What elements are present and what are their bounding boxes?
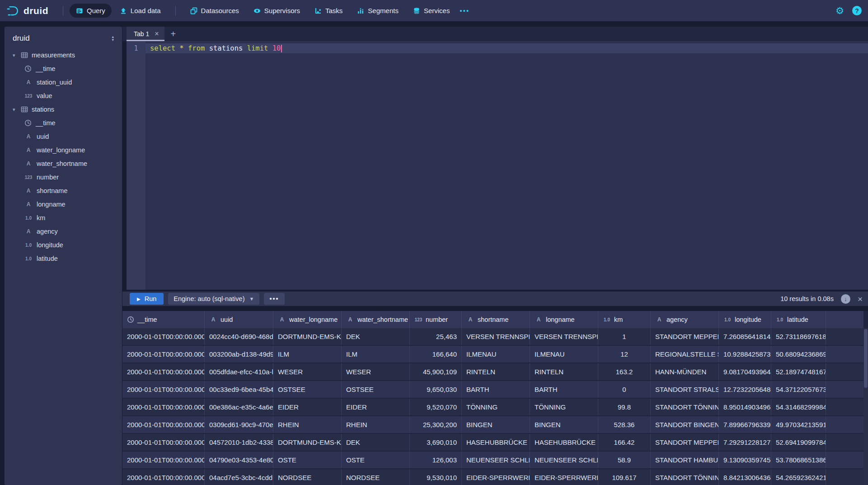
cell-uuid[interactable]: 003200ab-d138-49d9- <box>205 346 273 363</box>
tree-column-water_longname[interactable]: Awater_longname <box>5 143 122 157</box>
nav-item-query[interactable]: Query <box>70 4 112 18</box>
chevron-down-icon[interactable]: ▾ <box>13 107 17 113</box>
column-header-number[interactable]: 123number <box>410 311 462 328</box>
cell-longname[interactable]: BINGEN <box>530 416 598 433</box>
cell-number[interactable]: 9,530,010 <box>410 469 462 485</box>
query-more-button[interactable]: ••• <box>264 293 284 305</box>
run-button[interactable]: ▶ Run <box>130 293 164 305</box>
cell-agency[interactable]: STANDORT MEPPEN <box>651 328 719 345</box>
cell-__time[interactable]: 2000-01-01T00:00:00.000Z <box>122 363 205 380</box>
cell-__time[interactable]: 2000-01-01T00:00:00.000Z <box>122 452 205 468</box>
tree-column-longname[interactable]: Alongname <box>5 198 122 211</box>
chevron-down-icon[interactable]: ▾ <box>13 52 17 58</box>
cell-longname[interactable]: HASEHUBBRÜCKE <box>530 434 598 451</box>
cell-longitude[interactable]: 7.292912281272 <box>719 434 771 451</box>
cell-shortname[interactable]: RINTELN <box>462 363 530 380</box>
cell-longname[interactable]: RINTELN <box>530 363 598 380</box>
settings-gear-icon[interactable]: ⚙ <box>835 6 844 15</box>
cell-km[interactable]: 58.9 <box>598 452 651 468</box>
tree-column-__time[interactable]: __time <box>5 116 122 130</box>
help-icon[interactable]: ? <box>852 6 862 15</box>
cell-number[interactable]: 25,300,200 <box>410 416 462 433</box>
tree-column-latitude[interactable]: 1.0latitude <box>5 252 122 265</box>
engine-select[interactable]: Engine: auto (sql-native) ▼ <box>168 293 259 305</box>
cell-longname[interactable]: TÖNNING <box>530 399 598 415</box>
cell-longitude[interactable]: 7.2608564181428 <box>719 328 771 345</box>
cell-km[interactable]: 166.42 <box>598 434 651 451</box>
new-tab-button[interactable]: + <box>164 27 183 41</box>
cell-shortname[interactable]: ILMENAU <box>462 346 530 363</box>
cell-longitude[interactable]: 10.928842587394 <box>719 346 771 363</box>
cell-number[interactable]: 126,003 <box>410 452 462 468</box>
download-results-icon[interactable]: ↓ <box>841 294 850 304</box>
tree-column-longitude[interactable]: 1.0longitude <box>5 238 122 252</box>
cell-shortname[interactable]: BARTH <box>462 381 530 398</box>
cell-longname[interactable]: VERSEN TRENNSPITZE <box>530 328 598 345</box>
cell-__time[interactable]: 2000-01-01T00:00:00.000Z <box>122 381 205 398</box>
cell-uuid[interactable]: 005dfdae-efcc-410a-b <box>205 363 273 380</box>
cell-shortname[interactable]: NEUENSEER SCHLEUSE <box>462 452 530 468</box>
cell-longitude[interactable]: 9.081704939644 <box>719 363 771 380</box>
cell-uuid[interactable]: 0309cd61-90c9-470e- <box>205 416 273 433</box>
nav-item-supervisors[interactable]: Supervisors <box>247 4 306 18</box>
cell-latitude[interactable]: 49.97034213591 <box>771 416 826 433</box>
cell-uuid[interactable]: 00c33ed9-6bea-45b4- <box>205 381 273 398</box>
cell-uuid[interactable]: 00e386ac-e35c-4a6e- <box>205 399 273 415</box>
column-header-longitude[interactable]: 1.0longitude <box>719 311 771 328</box>
cell-__time[interactable]: 2000-01-01T00:00:00.000Z <box>122 328 205 345</box>
cell-__time[interactable]: 2000-01-01T00:00:00.000Z <box>122 346 205 363</box>
cell-water_longname[interactable]: NORDSEE <box>273 469 342 485</box>
column-header-shortname[interactable]: Ashortname <box>462 311 530 328</box>
close-results-icon[interactable]: × <box>858 295 863 303</box>
cell-longname[interactable]: EIDER-SPERRWERK AP <box>530 469 598 485</box>
cell-agency[interactable]: STANDORT STRALSUND <box>651 381 719 398</box>
column-header-latitude[interactable]: 1.0latitude <box>771 311 826 328</box>
cell-number[interactable]: 9,650,030 <box>410 381 462 398</box>
cell-agency[interactable]: STANDORT BINGEN <box>651 416 719 433</box>
cell-water_longname[interactable]: RHEIN <box>273 416 342 433</box>
cell-longitude[interactable]: 7.899667963397 <box>719 416 771 433</box>
tab-close-icon[interactable]: × <box>155 30 159 38</box>
cell-__time[interactable]: 2000-01-01T00:00:00.000Z <box>122 434 205 451</box>
cell-latitude[interactable]: 54.26592362421 <box>771 469 826 485</box>
cell-shortname[interactable]: VERSEN TRENNSPITZE <box>462 328 530 345</box>
column-header-km[interactable]: 1.0km <box>598 311 651 328</box>
cell-latitude[interactable]: 54.37122057673 <box>771 381 826 398</box>
cell-number[interactable]: 3,690,010 <box>410 434 462 451</box>
cell-longname[interactable]: BARTH <box>530 381 598 398</box>
column-header-uuid[interactable]: Auuid <box>205 311 273 328</box>
cell-water_shortname[interactable]: RHEIN <box>342 416 410 433</box>
column-header-water_shortname[interactable]: Awater_shortname <box>342 311 410 328</box>
cell-km[interactable]: 109.617 <box>598 469 651 485</box>
results-scrollbar[interactable] <box>863 328 868 485</box>
cell-number[interactable]: 166,640 <box>410 346 462 363</box>
tree-column-uuid[interactable]: Auuid <box>5 130 122 143</box>
nav-item-segments[interactable]: Segments <box>351 4 405 18</box>
tree-column-number[interactable]: 123number <box>5 170 122 184</box>
cell-shortname[interactable]: TÖNNING <box>462 399 530 415</box>
tree-column-km[interactable]: 1.0km <box>5 211 122 225</box>
cell-water_shortname[interactable]: EIDER <box>342 399 410 415</box>
cell-water_longname[interactable]: WESER <box>273 363 342 380</box>
cell-km[interactable]: 528.36 <box>598 416 651 433</box>
cell-water_shortname[interactable]: NORDSEE <box>342 469 410 485</box>
cell-water_shortname[interactable]: DEK <box>342 328 410 345</box>
cell-water_shortname[interactable]: ILM <box>342 346 410 363</box>
cell-agency[interactable]: HANN-MÜNDEN <box>651 363 719 380</box>
cell-uuid[interactable]: 04790e03-4353-4e80- <box>205 452 273 468</box>
cell-number[interactable]: 45,900,109 <box>410 363 462 380</box>
nav-item-datasources[interactable]: Datasources <box>184 4 245 18</box>
tree-column-__time[interactable]: __time <box>5 62 122 75</box>
cell-longitude[interactable]: 12.72322056486 <box>719 381 771 398</box>
cell-agency[interactable]: STANDORT HAMBURG <box>651 452 719 468</box>
cell-shortname[interactable]: BINGEN <box>462 416 530 433</box>
sql-query-text[interactable]: select * from stations limit 10 <box>150 43 282 53</box>
tab-tab1[interactable]: Tab 1 × <box>127 27 164 41</box>
tree-table-stations[interactable]: ▾ stations <box>5 103 122 116</box>
column-header-agency[interactable]: Aagency <box>651 311 719 328</box>
cell-latitude[interactable]: 50.680942368697 <box>771 346 826 363</box>
tree-table-measurements[interactable]: ▾ measurements <box>5 48 122 62</box>
cell-water_shortname[interactable]: OSTE <box>342 452 410 468</box>
cell-latitude[interactable]: 52.69419099784 <box>771 434 826 451</box>
cell-__time[interactable]: 2000-01-01T00:00:00.000Z <box>122 416 205 433</box>
